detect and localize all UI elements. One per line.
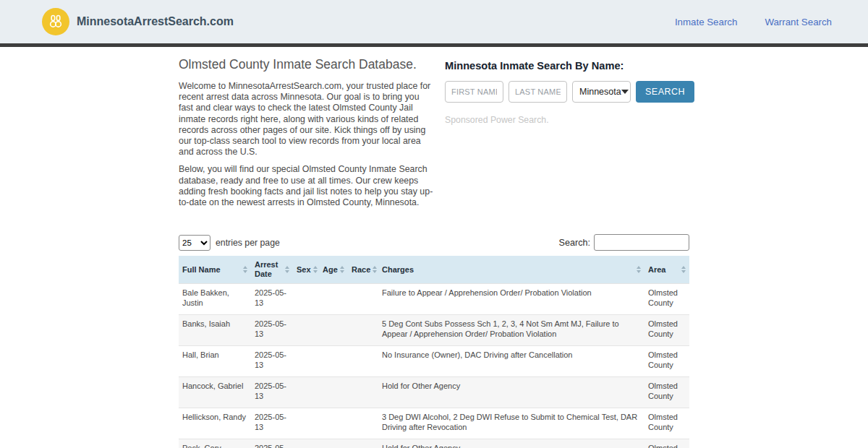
name-search-panel: Minnesota Inmate Search By Name: Minneso…: [445, 54, 694, 215]
column-label: Arrest Date: [255, 260, 283, 279]
sort-icon[interactable]: [637, 266, 641, 273]
column-header-age[interactable]: Age: [319, 256, 348, 284]
last-name-input[interactable]: [509, 81, 567, 103]
site-logo[interactable]: [42, 8, 69, 35]
cell-charges: Failure to Appear / Apprehension Order/ …: [378, 284, 644, 315]
cell-age: [319, 346, 348, 377]
sort-icon[interactable]: [243, 266, 247, 273]
cell-charges: Hold for Other Agency: [378, 439, 644, 448]
table-header-row: Full NameArrest DateSexAgeRaceChargesAre…: [179, 256, 689, 284]
table-row: Banks, Isaiah2025-05-135 Deg Cont Subs P…: [179, 315, 689, 346]
handcuffs-icon: [47, 13, 64, 30]
search-panel-heading: Minnesota Inmate Search By Name:: [445, 60, 694, 72]
cell-full_name: Hancock, Gabriel: [179, 377, 251, 408]
cell-full_name: Hall, Brian: [179, 346, 251, 377]
column-header-arrest_date[interactable]: Arrest Date: [251, 256, 293, 284]
cell-full_name: Hellickson, Randy: [179, 408, 251, 439]
table-row: Hall, Brian2025-05-13No Insurance (Owner…: [179, 346, 689, 377]
intro-paragraph-1: Welcome to MinnesotaArrestSearch.com, yo…: [179, 81, 433, 158]
cell-age: [319, 315, 348, 346]
sort-icon[interactable]: [313, 266, 318, 273]
cell-charges: 3 Deg DWI Alcohol, 2 Deg DWI Refuse to S…: [378, 408, 644, 439]
column-label: Area: [648, 265, 665, 275]
sponsored-note: Sponsored Power Search.: [445, 115, 694, 125]
cell-race: [348, 408, 378, 439]
table-row: Hellickson, Randy2025-05-133 Deg DWI Alc…: [179, 408, 689, 439]
cell-sex: [293, 439, 319, 448]
cell-full_name: Peck, Cory: [179, 439, 251, 448]
column-header-sex[interactable]: Sex: [293, 256, 319, 284]
column-header-race[interactable]: Race: [348, 256, 378, 284]
sort-icon[interactable]: [340, 266, 344, 273]
cell-charges: 5 Deg Cont Subs Possess Sch 1, 2, 3, 4 N…: [378, 315, 644, 346]
sort-icon[interactable]: [681, 266, 686, 273]
first-name-input[interactable]: [445, 81, 503, 103]
intro-section: Olmsted County Inmate Search Database. W…: [179, 54, 433, 215]
chevron-down-icon: [621, 90, 629, 94]
table-search-label: Search:: [559, 238, 590, 248]
inmate-results-table: Full NameArrest DateSexAgeRaceChargesAre…: [179, 256, 689, 448]
cell-sex: [293, 408, 319, 439]
cell-area: Olmsted County: [644, 408, 689, 439]
cell-arrest_date: 2025-05-13: [251, 315, 293, 346]
name-search-form: Minnesota SEARCH: [445, 81, 694, 103]
cell-area: Olmsted County: [644, 377, 689, 408]
cell-race: [348, 284, 378, 315]
cell-race: [348, 346, 378, 377]
nav-link-warrant-search[interactable]: Warrant Search: [765, 17, 832, 27]
table-row: Peck, Cory2025-05-13Hold for Other Agenc…: [179, 439, 689, 448]
search-button[interactable]: SEARCH: [636, 81, 694, 103]
column-label: Sex: [297, 265, 311, 275]
cell-area: Olmsted County: [644, 315, 689, 346]
brand-name[interactable]: MinnesotaArrestSearch.com: [77, 15, 234, 28]
table-search-input[interactable]: [594, 234, 689, 251]
cell-arrest_date: 2025-05-13: [251, 284, 293, 315]
cell-arrest_date: 2025-05-13: [251, 346, 293, 377]
intro-paragraph-2: Below, you will find our special Olmsted…: [179, 164, 433, 208]
sort-icon[interactable]: [373, 266, 377, 273]
page-title: Olmsted County Inmate Search Database.: [179, 57, 433, 72]
cell-arrest_date: 2025-05-13: [251, 408, 293, 439]
state-select[interactable]: Minnesota: [572, 81, 631, 103]
cell-race: [348, 315, 378, 346]
cell-age: [319, 408, 348, 439]
cell-race: [348, 377, 378, 408]
nav-link-inmate-search[interactable]: Inmate Search: [675, 17, 737, 27]
table-search-wrap: Search:: [559, 234, 689, 251]
cell-charges: No Insurance (Owner), DAC Driving after …: [378, 346, 644, 377]
cell-age: [319, 284, 348, 315]
cell-sex: [293, 377, 319, 408]
main-nav: Inmate SearchWarrant Search: [675, 17, 832, 27]
column-header-charges[interactable]: Charges: [378, 256, 644, 284]
cell-sex: [293, 315, 319, 346]
entries-per-page-label: entries per page: [216, 238, 280, 248]
cell-area: Olmsted County: [644, 439, 689, 448]
cell-charges: Hold for Other Agency: [378, 377, 644, 408]
top-bar: MinnesotaArrestSearch.com Inmate SearchW…: [0, 0, 868, 43]
cell-full_name: Bale Bakken, Justin: [179, 284, 251, 315]
cell-arrest_date: 2025-05-13: [251, 377, 293, 408]
column-label: Race: [352, 265, 370, 275]
column-label: Full Name: [182, 265, 221, 275]
column-header-full_name[interactable]: Full Name: [179, 256, 251, 284]
column-label: Charges: [382, 265, 414, 275]
cell-sex: [293, 346, 319, 377]
table-controls: 25 entries per page Search:: [179, 234, 689, 251]
table-row: Bale Bakken, Justin2025-05-13Failure to …: [179, 284, 689, 315]
table-row: Hancock, Gabriel2025-05-13Hold for Other…: [179, 377, 689, 408]
page-size-select[interactable]: 25: [179, 235, 210, 251]
cell-area: Olmsted County: [644, 284, 689, 315]
cell-age: [319, 377, 348, 408]
header-divider-bar: [0, 43, 868, 47]
cell-age: [319, 439, 348, 448]
cell-full_name: Banks, Isaiah: [179, 315, 251, 346]
cell-area: Olmsted County: [644, 346, 689, 377]
column-header-area[interactable]: Area: [644, 256, 689, 284]
column-label: Age: [323, 265, 338, 275]
cell-sex: [293, 284, 319, 315]
sort-icon[interactable]: [285, 266, 289, 273]
cell-arrest_date: 2025-05-13: [251, 439, 293, 448]
state-select-value: Minnesota: [579, 87, 621, 97]
cell-race: [348, 439, 378, 448]
